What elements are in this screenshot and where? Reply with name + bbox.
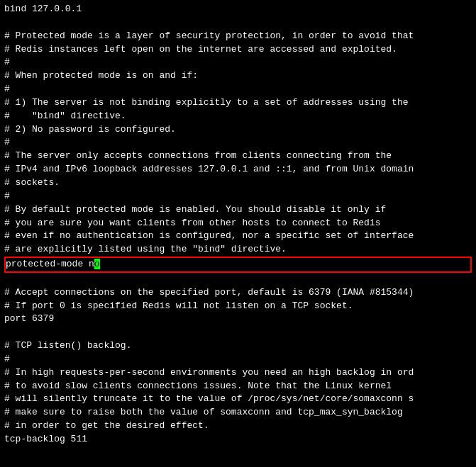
line-comment-21: # bbox=[4, 353, 472, 366]
line-comment-14: # By default protected mode is enabled. … bbox=[4, 203, 472, 217]
line-comment-12: # sockets. bbox=[4, 176, 472, 190]
line-tcp-backlog: tcp-backlog 511 bbox=[4, 433, 472, 446]
line-comment-26: # in order to get the desired effect. bbox=[4, 420, 472, 433]
line-comment-7: # "bind" directive. bbox=[4, 110, 472, 123]
line-comment-1: # Protected mode is a layer of security … bbox=[4, 30, 472, 43]
line-comment-22: # In high requests-per-second environmen… bbox=[4, 366, 472, 380]
line-protected-mode[interactable]: protected-mode no bbox=[4, 257, 472, 273]
line-comment-20: # TCP listen() backlog. bbox=[4, 339, 472, 353]
line-port: port 6379 bbox=[4, 313, 472, 326]
line-comment-15: # you are sure you want clients from oth… bbox=[4, 217, 472, 230]
line-comment-10: # The server only accepts connections fr… bbox=[4, 150, 472, 163]
line-comment-19: # If port 0 is specified Redis will not … bbox=[4, 300, 472, 313]
line-empty-2 bbox=[4, 273, 472, 286]
line-comment-4: # When protected mode is on and if: bbox=[4, 69, 472, 83]
line-comment-11: # IPv4 and IPv6 loopback addresses 127.0… bbox=[4, 163, 472, 176]
line-comment-13: # bbox=[4, 190, 472, 203]
cursor: o bbox=[94, 259, 100, 269]
line-comment-8: # 2) No password is configured. bbox=[4, 123, 472, 137]
line-comment-9: # bbox=[4, 136, 472, 150]
line-empty-3 bbox=[4, 326, 472, 339]
line-comment-17: # are explicitly listed using the "bind"… bbox=[4, 243, 472, 257]
line-comment-23: # to avoid slow clients connections issu… bbox=[4, 380, 472, 393]
line-empty-1 bbox=[4, 16, 472, 30]
line-bind: bind 127.0.0.1 bbox=[4, 3, 472, 16]
line-comment-18: # Accept connections on the specified po… bbox=[4, 286, 472, 300]
line-comment-5: # bbox=[4, 83, 472, 96]
line-comment-25: # make sure to raise both the value of s… bbox=[4, 406, 472, 420]
line-comment-2: # Redis instances left open on the inter… bbox=[4, 43, 472, 57]
line-comment-6: # 1) The server is not binding explicitl… bbox=[4, 96, 472, 110]
line-comment-3: # bbox=[4, 56, 472, 69]
terminal: bind 127.0.0.1 # Protected mode is a lay… bbox=[0, 0, 476, 467]
line-comment-16: # even if no authentication is configure… bbox=[4, 230, 472, 243]
line-comment-24: # will silently truncate it to the value… bbox=[4, 393, 472, 406]
